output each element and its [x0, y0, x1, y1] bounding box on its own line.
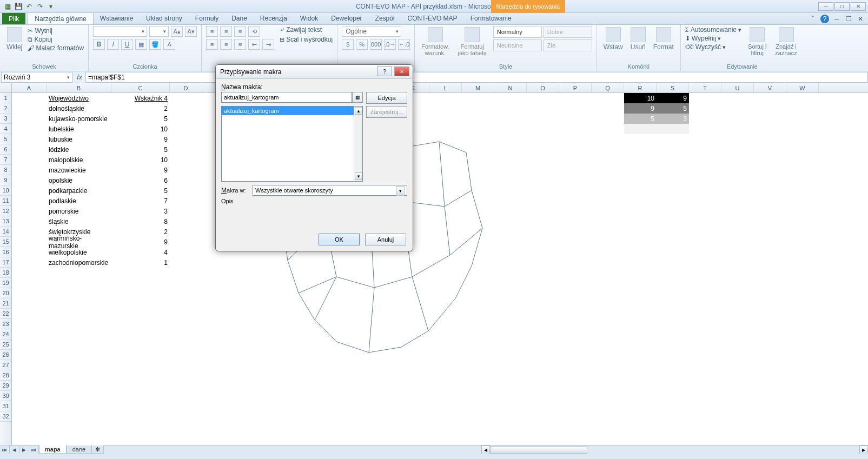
edit-macro-button[interactable]: Edycja	[366, 92, 407, 104]
currency-button[interactable]: $	[342, 39, 354, 50]
qat-more-icon[interactable]: ▾	[47, 2, 55, 11]
row-header-13[interactable]: 13	[0, 216, 11, 227]
clear-button[interactable]: ⌫ Wyczyść ▾	[685, 43, 741, 51]
style-neutral[interactable]: Neutralne	[493, 39, 542, 51]
row-header-31[interactable]: 31	[0, 401, 11, 411]
col-header-A[interactable]: A	[12, 83, 47, 92]
maximize-button[interactable]: □	[834, 2, 850, 11]
scroll-down-icon[interactable]: ▼	[355, 172, 362, 180]
header-wojewodztwo[interactable]: Województwo	[47, 93, 111, 103]
cell-value[interactable]: 1	[111, 257, 170, 268]
scroll-left-button[interactable]: ◀	[481, 445, 490, 454]
align-left-button[interactable]: ≡	[206, 39, 218, 50]
cell-value[interactable]: 9	[111, 165, 170, 175]
cond-format-button[interactable]: Formatow. warunk.	[419, 26, 451, 57]
cell-name[interactable]: podlaskie	[47, 196, 111, 206]
row-header-20[interactable]: 20	[0, 288, 11, 298]
cell-name[interactable]: kujawsko-pomorskie	[47, 114, 111, 124]
style-bad[interactable]: Złe	[544, 39, 592, 51]
tab-dane[interactable]: Dane	[225, 12, 254, 24]
number-format-combo[interactable]: Ogólne	[342, 26, 401, 37]
sheet-tab-mapa[interactable]: mapa	[39, 445, 67, 454]
col-header-R[interactable]: R	[624, 83, 657, 92]
macros-in-combo[interactable]: Wszystkie otwarte skoroszyty	[253, 185, 407, 196]
cell-name[interactable]: łódzkie	[47, 144, 111, 155]
workbook-close-icon[interactable]: ✕	[856, 15, 865, 23]
row-header-5[interactable]: 5	[0, 134, 11, 144]
cell-name[interactable]: dolnośląskie	[47, 103, 111, 114]
save-icon[interactable]: 💾	[14, 2, 23, 11]
legend-cell[interactable]: 5	[624, 114, 657, 124]
workbook-minimize-icon[interactable]: ─	[832, 15, 841, 23]
ribbon-minimize-icon[interactable]: ˄	[809, 15, 817, 23]
row-header-1[interactable]: 1	[0, 93, 11, 103]
name-box[interactable]: Rozwiń 3	[1, 72, 72, 83]
cell-value[interactable]: 2	[111, 103, 170, 114]
row-header-28[interactable]: 28	[0, 370, 11, 381]
format-table-button[interactable]: Formatuj jako tabelę	[456, 26, 489, 57]
row-header-32[interactable]: 32	[0, 411, 11, 422]
col-header-T[interactable]: T	[689, 83, 721, 92]
row-header-14[interactable]: 14	[0, 227, 11, 237]
undo-icon[interactable]: ↶	[25, 2, 34, 11]
format-cells-button[interactable]: Format	[651, 26, 676, 52]
cell-name[interactable]: mazowieckie	[47, 165, 111, 175]
percent-button[interactable]: %	[356, 39, 368, 50]
col-header-D[interactable]: D	[170, 83, 202, 92]
indent-dec-button[interactable]: ⇤	[248, 39, 260, 50]
legend-cell[interactable]	[657, 124, 689, 134]
font-size-combo[interactable]	[149, 26, 169, 37]
sheet-nav-first[interactable]: ⏮	[0, 445, 10, 454]
record-macro-button[interactable]: Zarejestruj...	[366, 106, 407, 118]
header-wskaznik[interactable]: Wskaźnik 4	[111, 93, 170, 103]
row-header-23[interactable]: 23	[0, 319, 11, 329]
dialog-close-button[interactable]: ✕	[394, 66, 409, 76]
row-header-21[interactable]: 21	[0, 298, 11, 309]
cell-value[interactable]: 4	[111, 247, 170, 257]
cell-value[interactable]: 5	[111, 114, 170, 124]
tab-wstawianie[interactable]: Wstawianie	[94, 12, 140, 24]
row-header-29[interactable]: 29	[0, 381, 11, 391]
tab-formuły[interactable]: Formuły	[189, 12, 225, 24]
sheet-tab-dane[interactable]: dane	[67, 445, 91, 454]
tab-recenzja[interactable]: Recenzja	[254, 12, 294, 24]
cell-value[interactable]: 2	[111, 227, 170, 237]
scroll-up-icon[interactable]: ▲	[355, 107, 362, 115]
col-header-O[interactable]: O	[527, 83, 559, 92]
sheet-nav-last[interactable]: ⏭	[29, 445, 39, 454]
indent-inc-button[interactable]: ⇥	[262, 39, 274, 50]
row-header-9[interactable]: 9	[0, 175, 11, 185]
col-header-P[interactable]: P	[559, 83, 592, 92]
tab-układ-strony[interactable]: Układ strony	[140, 12, 189, 24]
cell-value[interactable]: 8	[111, 216, 170, 227]
row-header-6[interactable]: 6	[0, 144, 11, 155]
tab-narzędzia-główne[interactable]: Narzędzia główne	[28, 12, 93, 24]
ref-edit-button[interactable]: ▦	[352, 92, 363, 103]
cell-name[interactable]: śląskie	[47, 216, 111, 227]
horizontal-scrollbar[interactable]: ◀ ▶	[481, 445, 868, 454]
legend-cell[interactable]: 5	[657, 103, 689, 114]
close-button[interactable]: ✕	[851, 2, 866, 11]
sheet-nav-prev[interactable]: ◀	[10, 445, 19, 454]
row-header-3[interactable]: 3	[0, 114, 11, 124]
align-top-button[interactable]: ≡	[206, 26, 218, 37]
scroll-right-button[interactable]: ▶	[859, 445, 868, 454]
col-header-Q[interactable]: Q	[592, 83, 624, 92]
row-header-18[interactable]: 18	[0, 268, 11, 278]
cells-area[interactable]: WojewództwoWskaźnik 4dolnośląskie2kujaws…	[12, 93, 868, 445]
cell-name[interactable]: lubelskie	[47, 124, 111, 134]
ok-button[interactable]: OK	[319, 234, 360, 245]
row-header-17[interactable]: 17	[0, 257, 11, 268]
fill-color-button[interactable]: 🪣	[149, 39, 161, 50]
scroll-thumb[interactable]	[490, 446, 587, 454]
col-header-C[interactable]: C	[111, 83, 170, 92]
tab-file[interactable]: Plik	[2, 13, 25, 24]
row-header-10[interactable]: 10	[0, 185, 11, 196]
row-header-12[interactable]: 12	[0, 206, 11, 216]
redo-icon[interactable]: ↷	[36, 2, 44, 11]
row-header-24[interactable]: 24	[0, 329, 11, 340]
row-header-19[interactable]: 19	[0, 278, 11, 288]
cell-value[interactable]: 10	[111, 124, 170, 134]
macro-listbox[interactable]: aktualizuj_kartogram ▲ ▼	[221, 106, 363, 182]
legend-cell[interactable]: 9	[657, 93, 689, 103]
